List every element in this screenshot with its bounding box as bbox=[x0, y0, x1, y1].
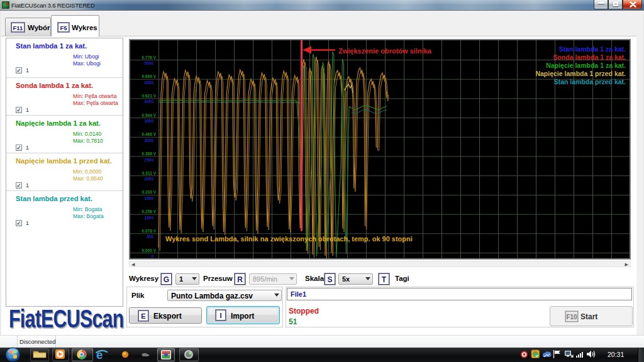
svg-text:1500: 1500 bbox=[145, 196, 154, 200]
svg-text:Sonda lambda 1 za kat.: Sonda lambda 1 za kat. bbox=[553, 53, 626, 61]
svg-text:5000: 5000 bbox=[145, 61, 154, 65]
svg-text:0.388 V: 0.388 V bbox=[142, 151, 157, 156]
svg-text:0.078 V: 0.078 V bbox=[142, 229, 157, 233]
svg-text:Napięcie lambda 1 za kat.: Napięcie lambda 1 za kat. bbox=[546, 62, 626, 69]
svg-text:4500: 4500 bbox=[145, 80, 154, 85]
svg-text:3500: 3500 bbox=[145, 119, 154, 123]
svg-text:3000: 3000 bbox=[145, 138, 154, 143]
svg-text:e: e bbox=[96, 348, 103, 361]
svg-text:Stan lambda 1 za kat.: Stan lambda 1 za kat. bbox=[559, 45, 626, 53]
svg-text:0.156 V: 0.156 V bbox=[142, 209, 157, 214]
svg-text:Wykres sond Lambda, silnik na: Wykres sond Lambda, silnik na zwiększony… bbox=[165, 235, 413, 243]
svg-text:0.000 V: 0.000 V bbox=[142, 248, 157, 253]
svg-text:4000: 4000 bbox=[145, 99, 154, 104]
svg-text:0.466 V: 0.466 V bbox=[142, 132, 157, 136]
svg-text:Napięcie lambda 1 przed kat.: Napięcie lambda 1 przed kat. bbox=[535, 70, 626, 77]
svg-text:500: 500 bbox=[147, 234, 153, 239]
svg-text:0.233 V: 0.233 V bbox=[142, 190, 157, 194]
svg-text:0.544 V: 0.544 V bbox=[142, 113, 157, 118]
svg-text:2500: 2500 bbox=[145, 158, 154, 162]
svg-text:0.621 V: 0.621 V bbox=[142, 94, 157, 98]
svg-text:Zwiększenie obrotów silnika: Zwiększenie obrotów silnika bbox=[338, 47, 432, 55]
svg-text:0.311 V: 0.311 V bbox=[142, 171, 157, 175]
svg-text:2000: 2000 bbox=[145, 177, 154, 181]
svg-text:Stan lambda przed kat.: Stan lambda przed kat. bbox=[554, 78, 626, 85]
svg-text:0.699 V: 0.699 V bbox=[142, 74, 157, 79]
svg-text:1000: 1000 bbox=[145, 216, 154, 220]
svg-text:0.776 V: 0.776 V bbox=[142, 55, 157, 60]
svg-text:0: 0 bbox=[151, 254, 153, 258]
